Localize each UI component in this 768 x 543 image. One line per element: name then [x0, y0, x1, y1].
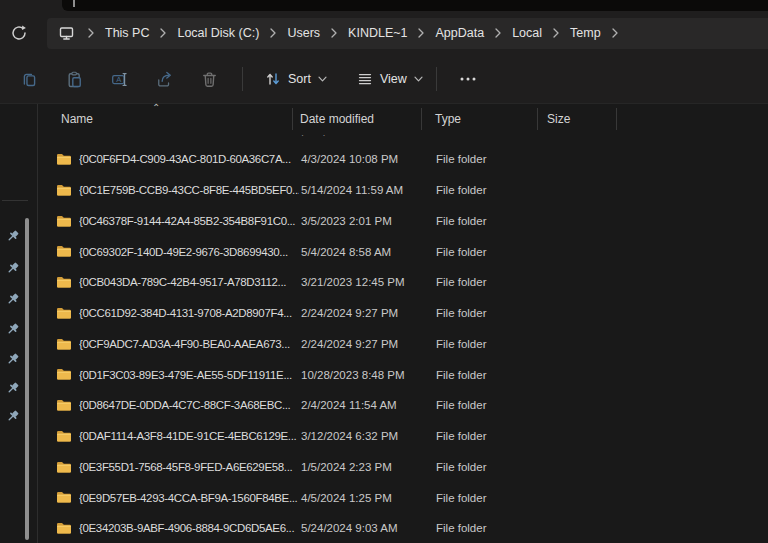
file-row[interactable]: {0D8647DE-0DDA-4C7C-88CF-3A68EBC... 2/4/… [39, 390, 768, 421]
see-more-button[interactable] [453, 64, 483, 94]
share-button[interactable] [147, 62, 181, 96]
file-row[interactable]: {0CB043DA-789C-42B4-9517-A78D3112... 3/2… [39, 267, 768, 298]
file-row[interactable]: {0E3F55D1-7568-45F8-9FED-A6E629E58... 1/… [39, 452, 768, 483]
toolbar-divider [242, 67, 243, 91]
breadcrumb-item[interactable]: KINDLE~1 [346, 22, 409, 44]
folder-icon [56, 521, 72, 535]
copy-button[interactable] [12, 62, 46, 96]
column-header-date-modified[interactable]: Date modified [293, 108, 422, 130]
sort-label: Sort [288, 72, 311, 86]
pin-icon[interactable] [3, 378, 23, 398]
clipped-row-marks: · · [301, 130, 334, 140]
title-strip-dark-region [62, 0, 768, 11]
folder-icon [56, 490, 72, 504]
column-header-type[interactable]: Type [422, 108, 538, 130]
view-label: View [380, 72, 407, 86]
file-explorer-window: This PC Local Disk (C:) Users KINDLE~1 A… [0, 0, 768, 543]
chevron-down-icon [414, 76, 423, 82]
file-name: {0C46378F-9144-42A4-85B2-354B8F91C0... [79, 215, 299, 227]
refresh-button[interactable] [8, 22, 30, 44]
file-type: File folder [436, 369, 487, 381]
file-row[interactable]: {0DAF1114-A3F8-41DE-91CE-4EBC6129E... 3/… [39, 421, 768, 452]
folder-icon [56, 429, 72, 443]
pin-icon[interactable] [3, 406, 23, 426]
rename-icon: A [111, 71, 128, 88]
explorer-content: ⌃ Name Date modified Type Size · · [0, 103, 768, 543]
address-bar-row: This PC Local Disk (C:) Users KINDLE~1 A… [0, 11, 768, 55]
folder-icon [56, 398, 72, 412]
file-row[interactable]: {0C0F6FD4-C909-43AC-801D-60A36C7A... 4/3… [39, 144, 768, 175]
pin-icon[interactable] [3, 258, 23, 278]
file-row[interactable]: {0E34203B-9ABF-4906-8884-9CD6D5AE6... 5/… [39, 513, 768, 543]
file-row[interactable]: {0C46378F-9144-42A4-85B2-354B8F91C0... 3… [39, 206, 768, 237]
chevron-down-icon [318, 76, 327, 82]
title-strip [0, 0, 768, 11]
breadcrumb-item[interactable]: This PC [103, 22, 151, 44]
file-type: File folder [436, 153, 487, 165]
file-date-modified: 3/5/2023 2:01 PM [301, 215, 392, 227]
pin-icon[interactable] [3, 349, 23, 369]
column-header-name[interactable]: ⌃ Name [39, 108, 293, 130]
file-name: {0C69302F-140D-49E2-9676-3D8699430... [79, 246, 299, 258]
file-date-modified: 3/21/2023 12:45 PM [301, 276, 405, 288]
sort-button[interactable]: Sort [257, 65, 335, 93]
file-type: File folder [436, 215, 487, 227]
navigation-pane-sliver [0, 104, 38, 543]
file-date-modified: 2/24/2024 9:27 PM [301, 307, 398, 319]
rename-button[interactable]: A [102, 62, 136, 96]
delete-button[interactable] [192, 62, 226, 96]
folder-icon [56, 152, 72, 166]
address-field[interactable]: This PC Local Disk (C:) Users KINDLE~1 A… [47, 18, 768, 49]
file-type: File folder [436, 338, 487, 350]
file-name: {0CC61D92-384D-4131-9708-A2D8907F4... [79, 307, 299, 319]
file-row[interactable]: {0C1E759B-CCB9-43CC-8F8E-445BD5EF0... 5/… [39, 175, 768, 206]
pin-icon[interactable] [3, 289, 23, 309]
file-date-modified: 1/5/2024 2:23 PM [301, 461, 392, 473]
see-more-icon [459, 76, 477, 82]
file-name: {0CF9ADC7-AD3A-4F90-BEA0-AAEA673... [79, 338, 299, 350]
file-type: File folder [436, 246, 487, 258]
breadcrumb-item[interactable]: Local [510, 22, 544, 44]
pin-icon[interactable] [3, 226, 23, 246]
file-row[interactable]: {0CC61D92-384D-4131-9708-A2D8907F4... 2/… [39, 298, 768, 329]
file-type: File folder [436, 492, 487, 504]
file-type: File folder [436, 307, 487, 319]
chevron-right-icon [495, 28, 501, 38]
chevron-right-icon [88, 28, 94, 38]
file-name: {0D8647DE-0DDA-4C7C-88CF-3A68EBC... [79, 399, 299, 411]
view-button[interactable]: View [349, 65, 431, 93]
chevron-right-icon [270, 28, 276, 38]
file-row[interactable]: {0CF9ADC7-AD3A-4F90-BEA0-AAEA673... 2/24… [39, 329, 768, 360]
breadcrumb-item[interactable]: Temp [568, 22, 603, 44]
sort-arrows-icon [265, 71, 281, 87]
breadcrumb-item[interactable]: AppData [433, 22, 486, 44]
explorer-chrome: This PC Local Disk (C:) Users KINDLE~1 A… [0, 11, 768, 103]
folder-icon [56, 275, 72, 289]
file-row[interactable]: {0E9D57EB-4293-4CCA-BF9A-1560F84BE... 4/… [39, 482, 768, 513]
file-row[interactable]: {0D1F3C03-89E3-479E-AE55-5DF11911E... 10… [39, 359, 768, 390]
toolbar-divider [436, 67, 437, 91]
refresh-icon [10, 24, 28, 42]
file-type: File folder [436, 399, 487, 411]
nav-scrollbar[interactable] [25, 218, 29, 540]
pin-icon[interactable] [3, 319, 23, 339]
paste-icon [66, 71, 83, 88]
chevron-right-icon [612, 28, 618, 38]
paste-button[interactable] [57, 62, 91, 96]
copy-icon [21, 71, 38, 88]
file-name: {0DAF1114-A3F8-41DE-91CE-4EBC6129E... [79, 430, 299, 442]
folder-icon [56, 214, 72, 228]
file-date-modified: 5/14/2024 11:59 AM [301, 184, 403, 196]
file-row[interactable]: {0C69302F-140D-49E2-9676-3D8699430... 5/… [39, 236, 768, 267]
file-date-modified: 5/4/2024 8:58 AM [301, 246, 391, 258]
file-name: {0D1F3C03-89E3-479E-AE55-5DF11911E... [79, 369, 299, 381]
view-lines-icon [357, 71, 373, 87]
file-name: {0C0F6FD4-C909-43AC-801D-60A36C7A... [79, 153, 299, 165]
chevron-right-icon [418, 28, 424, 38]
column-headers: ⌃ Name Date modified Type Size · · [39, 104, 768, 132]
breadcrumb-item[interactable]: Local Disk (C:) [175, 22, 261, 44]
monitor-icon [58, 25, 75, 41]
folder-icon [56, 183, 72, 197]
breadcrumb-item[interactable]: Users [285, 22, 322, 44]
column-header-size[interactable]: Size [538, 108, 617, 130]
